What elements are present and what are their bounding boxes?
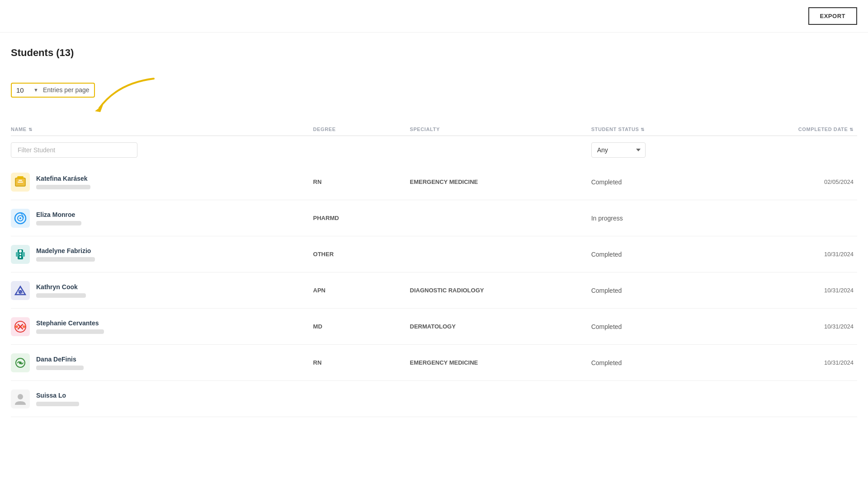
filter-row: Any Completed In progress <box>11 138 857 162</box>
svg-point-9 <box>19 217 21 219</box>
student-cell: Eliza Monroe <box>11 209 313 228</box>
avatar <box>11 353 30 372</box>
specialty-cell: DERMATOLOGY <box>410 323 591 330</box>
degree-cell: RN <box>313 359 410 366</box>
column-specialty: SPECIALTY <box>410 127 591 132</box>
svg-point-27 <box>18 394 23 399</box>
student-info: Kathryn Cook <box>36 283 86 298</box>
student-info: Madelyne Fabrizio <box>36 247 95 262</box>
status-filter-select[interactable]: Any Completed In progress <box>591 142 646 158</box>
svg-rect-3 <box>17 176 24 179</box>
table-row[interactable]: Dana DeFinis RN EMERGENCY MEDICINE Compl… <box>11 345 857 381</box>
filter-student-input[interactable] <box>11 142 137 158</box>
avatar <box>11 317 30 336</box>
student-cell: Stephanie Cervantes <box>11 317 313 336</box>
student-info: Suissa Lo <box>36 392 79 406</box>
table-row[interactable]: Stephanie Cervantes MD DERMATOLOGY Compl… <box>11 309 857 345</box>
student-sub-text <box>36 221 81 225</box>
column-name: NAME ⇅ <box>11 127 313 132</box>
avatar <box>11 173 30 192</box>
sort-icon-name: ⇅ <box>28 127 33 132</box>
student-name: Dana DeFinis <box>36 356 84 363</box>
student-name: Stephanie Cervantes <box>36 319 104 327</box>
sort-icon-status: ⇅ <box>641 127 645 132</box>
student-name: Suissa Lo <box>36 392 79 399</box>
svg-rect-4 <box>19 180 22 181</box>
student-info: Dana DeFinis <box>36 356 84 370</box>
student-cell: Dana DeFinis <box>11 353 313 372</box>
status-cell: Completed <box>591 178 736 186</box>
degree-cell: OTHER <box>313 251 410 258</box>
table-row[interactable]: Eliza Monroe PHARMD In progress <box>11 200 857 236</box>
table-row[interactable]: Madelyne Fabrizio OTHER Completed 10/31/… <box>11 236 857 272</box>
date-cell: 02/05/2024 <box>736 178 857 185</box>
page-title: Students (13) <box>11 47 857 59</box>
student-info: Stephanie Cervantes <box>36 319 104 334</box>
student-cell: Katefina Karásek <box>11 173 313 192</box>
student-sub-text <box>36 185 90 189</box>
table-row[interactable]: Katefina Karásek RN EMERGENCY MEDICINE C… <box>11 164 857 200</box>
date-cell: 10/31/2024 <box>736 359 857 366</box>
status-cell: In progress <box>591 215 736 222</box>
table-rows-container: Katefina Karásek RN EMERGENCY MEDICINE C… <box>11 164 857 417</box>
svg-point-25 <box>19 361 22 364</box>
svg-point-13 <box>19 253 21 255</box>
student-cell: Kathryn Cook <box>11 281 313 300</box>
status-cell: Completed <box>591 359 736 366</box>
table-row[interactable]: Kathryn Cook APN DIAGNOSTIC RADIOLOGY Co… <box>11 272 857 309</box>
student-sub-text <box>36 293 86 298</box>
arrow-annotation <box>90 74 163 115</box>
entries-per-page-select[interactable]: 5 10 25 50 100 <box>16 86 30 94</box>
table-row[interactable]: Suissa Lo <box>11 381 857 417</box>
svg-rect-16 <box>22 252 25 257</box>
student-sub-text <box>36 329 104 334</box>
student-info: Katefina Karásek <box>36 175 90 189</box>
svg-marker-0 <box>95 105 103 112</box>
table-header: NAME ⇅ DEGREE SPECIALTY STUDENT STATUS ⇅… <box>11 123 857 136</box>
export-button[interactable]: EXPORT <box>808 7 857 25</box>
svg-point-22 <box>23 325 25 328</box>
svg-point-12 <box>19 250 22 253</box>
svg-point-21 <box>15 325 18 328</box>
column-completed-date: COMPLETED DATE ⇅ <box>736 127 857 132</box>
student-info: Eliza Monroe <box>36 211 81 225</box>
status-cell: Completed <box>591 251 736 258</box>
entries-per-page-wrapper: 5 10 25 50 100 ▼ Entries per page <box>11 83 95 98</box>
date-cell: 10/31/2024 <box>736 287 857 294</box>
specialty-cell: EMERGENCY MEDICINE <box>410 178 591 185</box>
date-cell: 10/31/2024 <box>736 323 857 330</box>
sort-icon-date: ⇅ <box>849 127 854 132</box>
avatar <box>11 209 30 228</box>
student-name: Eliza Monroe <box>36 211 81 218</box>
students-table: NAME ⇅ DEGREE SPECIALTY STUDENT STATUS ⇅… <box>11 123 857 417</box>
student-name: Katefina Karásek <box>36 175 90 182</box>
svg-point-14 <box>19 256 21 258</box>
column-degree: DEGREE <box>313 127 410 132</box>
status-cell: Completed <box>591 323 736 330</box>
student-cell: Madelyne Fabrizio <box>11 245 313 264</box>
svg-rect-15 <box>16 252 19 257</box>
status-cell: Completed <box>591 287 736 294</box>
avatar <box>11 389 30 408</box>
specialty-cell: EMERGENCY MEDICINE <box>410 359 591 366</box>
avatar <box>11 245 30 264</box>
student-sub-text <box>36 257 95 262</box>
student-cell: Suissa Lo <box>11 389 313 408</box>
svg-rect-5 <box>18 182 23 183</box>
student-name: Madelyne Fabrizio <box>36 247 95 254</box>
degree-cell: PHARMD <box>313 215 410 221</box>
column-student-status: STUDENT STATUS ⇅ <box>591 127 736 132</box>
avatar <box>11 281 30 300</box>
date-cell: 10/31/2024 <box>736 251 857 258</box>
student-name: Kathryn Cook <box>36 283 86 291</box>
student-sub-text <box>36 366 84 370</box>
entries-per-page-label: Entries per page <box>43 86 90 94</box>
student-sub-text <box>36 402 79 406</box>
specialty-cell: DIAGNOSTIC RADIOLOGY <box>410 287 591 294</box>
degree-cell: APN <box>313 287 410 294</box>
degree-cell: RN <box>313 178 410 185</box>
degree-cell: MD <box>313 323 410 330</box>
